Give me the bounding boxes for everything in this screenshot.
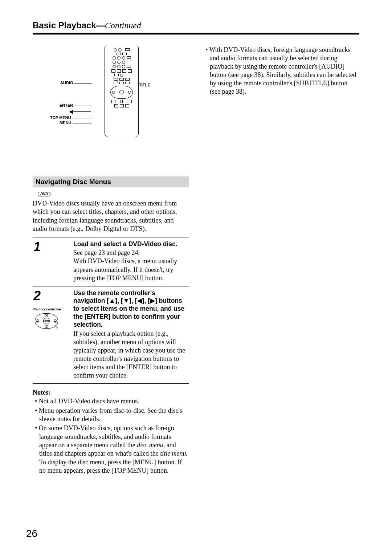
notes-list: Not all DVD-Video discs have menus. Menu…: [33, 397, 189, 475]
leader-line: [73, 111, 91, 112]
remote-diagram: AUDIO ENTER ◀ TOP MENU MENU SUBTITLE ▲ ▶…: [33, 46, 189, 151]
step-2: 2 Remote controller ▲ ◀ ▶ ▼ ENTER ☟ Use …: [33, 286, 189, 384]
note-item: Not all DVD-Video discs have menus.: [39, 397, 189, 406]
label-top-menu: TOP MENU: [50, 115, 71, 120]
step-head: Load and select a DVD-Video disc.: [73, 240, 189, 248]
mini-nav-pad-icon: ▲ ◀ ▶ ▼ ENTER ☟: [35, 313, 58, 329]
step-body: Load and select a DVD-Video disc. See pa…: [73, 240, 189, 282]
section-heading: Navigating Disc Menus: [33, 176, 189, 187]
step-number-cell: 1: [33, 240, 73, 282]
leader-line: [73, 106, 91, 106]
note-item: On some DVD-Video discs, options such as…: [39, 424, 189, 475]
label-audio: AUDIO: [60, 81, 73, 85]
left-arrow-icon: ◀: [69, 109, 73, 114]
step-number-cell: 2 Remote controller ▲ ◀ ▶ ▼ ENTER ☟: [33, 289, 73, 380]
title-continued: Continued: [105, 21, 141, 30]
leader-line: [73, 123, 91, 123]
two-column-layout: AUDIO ENTER ◀ TOP MENU MENU SUBTITLE ▲ ▶…: [33, 46, 359, 476]
title-sep: —: [96, 20, 105, 30]
page-number: 26: [26, 528, 37, 539]
nav-pad: [110, 86, 133, 99]
page-title: Basic Playback—Continued: [33, 20, 359, 32]
step-text: See page 23 and page 24. With DVD-Video …: [73, 249, 189, 282]
note-text: On some DVD-Video discs, options such as…: [39, 424, 188, 474]
leader-line: [72, 118, 91, 118]
notes-heading: Notes:: [33, 389, 189, 396]
step-text: If you select a playback option (e.g., s…: [73, 330, 189, 380]
step-head: Use the remote controller's navigation […: [73, 289, 189, 329]
side-note-text: With DVD-Video discs, foreign language s…: [209, 46, 356, 95]
left-column: AUDIO ENTER ◀ TOP MENU MENU SUBTITLE ▲ ▶…: [33, 46, 189, 476]
bullet: •: [205, 46, 208, 53]
remote-outline: [105, 46, 139, 137]
dvd-badge: DVD: [38, 192, 50, 196]
intro-paragraph: DVD-Video discs usually have an onscreen…: [33, 199, 189, 233]
label-enter: ENTER: [60, 103, 73, 107]
hand-pointer-icon: ☟: [55, 323, 58, 330]
note-item: Menu operation varies from disc-to-disc.…: [39, 407, 189, 424]
title-main: Basic Playback: [33, 20, 96, 30]
remote-controller-label: Remote controller: [33, 307, 73, 311]
side-note: • With DVD-Video discs, foreign language…: [203, 46, 359, 96]
label-menu: MENU: [60, 121, 71, 125]
note-text: Not all DVD-Video discs have menus.: [39, 398, 139, 405]
step-number: 1: [33, 240, 73, 253]
step-number: 2: [33, 289, 73, 302]
right-column: • With DVD-Video discs, foreign language…: [203, 46, 359, 476]
leader-line: [74, 83, 92, 83]
step-1: 1 Load and select a DVD-Video disc. See …: [33, 237, 189, 286]
note-text: Menu operation varies from disc-to-disc.…: [39, 407, 182, 423]
step-body: Use the remote controller's navigation […: [73, 289, 189, 380]
manual-page: Basic Playback—Continued AUDIO ENTER ◀ T…: [0, 0, 392, 554]
header-rule: [33, 33, 359, 35]
